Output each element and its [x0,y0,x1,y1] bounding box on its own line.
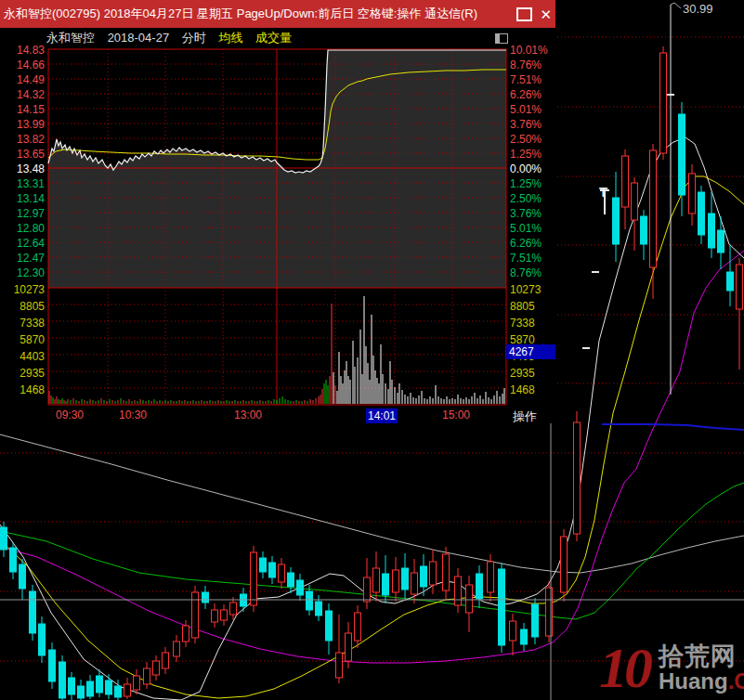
watermark-logo-10: 10 [599,635,649,700]
watermark-sitename: 拾荒网 [659,644,744,668]
axis-left-value: 14.83 [0,44,45,57]
cursor-volume-readout: 4267 [506,344,555,359]
axis-right-value: 10.01% [510,44,555,57]
axis-right-value: 7.51% [510,73,555,86]
axis-left-value: 12.80 [0,222,45,235]
axis-right-value: 5.01% [510,103,555,116]
axis-left-value: 13.48 [0,162,45,175]
time-tick: 10:30 [119,408,147,421]
axis-left-value: 14.66 [0,58,45,71]
vol-axis-left-value: 8805 [0,300,45,313]
axis-right-value: 3.76% [510,207,555,220]
vol-axis-left-value: 4403 [0,350,45,363]
vol-axis-right-value: 7338 [510,317,555,330]
axis-left-value: 14.32 [0,88,45,101]
axis-left-value: 13.31 [0,177,45,190]
vol-axis-left-value: 7338 [0,317,45,330]
axis-left-value: 14.15 [0,103,45,116]
cursor-time-readout: 14:01 [366,408,398,423]
high-price-annotation: 30.99 [683,2,713,16]
watermark-cn: .CN [728,668,744,694]
action-menu-label[interactable]: 操作 [513,408,537,425]
vol-axis-left-value: 1468 [0,383,45,396]
watermark: 10 拾荒网 Huang.CN [599,644,744,700]
time-tick: 13:00 [234,408,262,421]
intraday-window: 永和智控(002795) 2018年04月27日 星期五 PageUp/Down… [0,0,555,423]
axis-right-value: 5.01% [510,222,555,235]
axis-right-value: 7.51% [510,252,555,265]
axis-left-value: 14.49 [0,73,45,86]
axis-left-value: 12.64 [0,237,45,250]
axis-right-value: 3.76% [510,118,555,131]
t-board-candle-marker: T [599,184,607,200]
axis-left-value: 12.47 [0,252,45,265]
axis-right-value: 0.00% [510,162,555,175]
vol-axis-right-value: 10273 [510,283,555,296]
vol-axis-right-value: 8805 [510,300,555,313]
axis-right-value: 2.50% [510,133,555,146]
axis-left-value: 12.30 [0,266,45,279]
axis-right-value: 8.76% [510,58,555,71]
axis-right-value: 6.26% [510,88,555,101]
time-tick: 15:00 [442,408,470,421]
axis-right-value: 1.25% [510,177,555,190]
vol-axis-left-value: 10273 [0,283,45,296]
axis-right-value: 8.76% [510,266,555,279]
axis-right-value: 6.26% [510,237,555,250]
axis-left-value: 13.99 [0,118,45,131]
vol-axis-right-value: 2935 [510,367,555,380]
time-tick: 09:30 [56,408,84,421]
vol-axis-right-value: 1468 [510,383,555,396]
axis-left-value: 13.14 [0,192,45,205]
watermark-huang: Huang [659,668,728,694]
axis-left-value: 13.65 [0,148,45,161]
intraday-minute-chart[interactable] [0,0,555,423]
axis-left-value: 12.97 [0,207,45,220]
app-root: 30.99 T 永和智控(002795) 2018年04月27日 星期五 Pag… [0,0,744,700]
axis-right-value: 2.50% [510,192,555,205]
vol-axis-left-value: 2935 [0,367,45,380]
vol-axis-left-value: 5870 [0,333,45,346]
axis-right-value: 1.25% [510,148,555,161]
axis-left-value: 13.82 [0,133,45,146]
